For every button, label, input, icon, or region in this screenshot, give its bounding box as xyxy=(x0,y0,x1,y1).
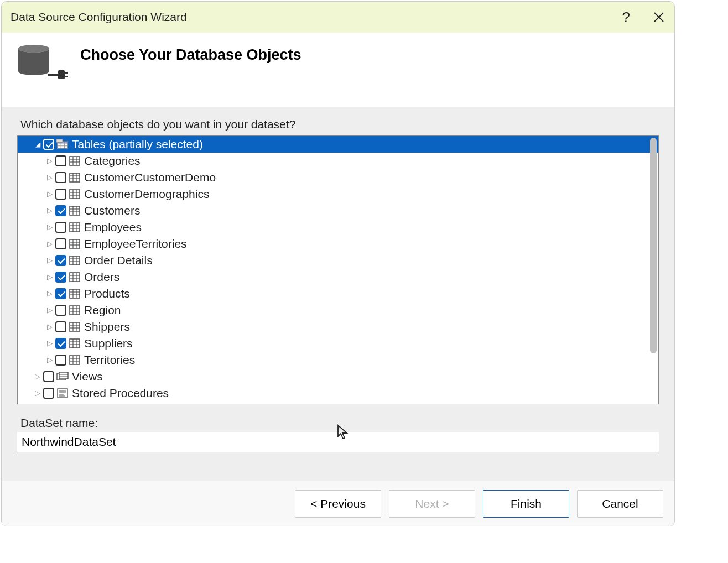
svg-rect-30 xyxy=(70,223,80,232)
help-button[interactable]: ? xyxy=(622,9,630,26)
table-icon xyxy=(69,305,81,315)
checkbox[interactable] xyxy=(55,305,66,316)
expand-icon[interactable] xyxy=(44,319,55,335)
checkbox[interactable] xyxy=(55,238,66,249)
previous-button[interactable]: < Previous xyxy=(295,490,381,518)
question-label: Which database objects do you want in yo… xyxy=(20,118,659,131)
tree-node-label: Stored Procedures xyxy=(72,385,169,402)
table-icon xyxy=(69,272,81,282)
collapse-icon[interactable] xyxy=(32,136,43,153)
svg-rect-55 xyxy=(70,306,80,315)
expand-icon[interactable] xyxy=(44,153,55,169)
tree-node-table[interactable]: Shippers xyxy=(18,319,658,335)
svg-rect-9 xyxy=(56,139,63,143)
checkbox[interactable] xyxy=(55,189,66,200)
checkbox[interactable] xyxy=(55,321,66,332)
svg-rect-45 xyxy=(70,273,80,282)
tree-node-views[interactable]: Views xyxy=(18,368,658,385)
finish-button[interactable]: Finish xyxy=(483,490,569,518)
checkbox[interactable] xyxy=(55,255,66,266)
tree-node-table[interactable]: EmployeeTerritories xyxy=(18,236,658,252)
expand-icon[interactable] xyxy=(44,219,55,236)
checkbox[interactable] xyxy=(55,205,66,216)
tree-node-label: Products xyxy=(84,285,130,302)
tree-node-label: Customers xyxy=(84,202,141,219)
table-icon xyxy=(69,206,81,216)
tree-node-table[interactable]: Employees xyxy=(18,219,658,236)
expand-icon[interactable] xyxy=(44,169,55,186)
tree-node-table[interactable]: Categories xyxy=(18,153,658,169)
svg-rect-15 xyxy=(70,173,80,182)
tree-node-table[interactable]: Customers xyxy=(18,202,658,219)
expand-icon[interactable] xyxy=(32,385,43,402)
body-area: Which database objects do you want in yo… xyxy=(2,107,674,481)
tree-node-label: Order Details xyxy=(84,252,153,269)
tree-node-label: Region xyxy=(84,302,121,319)
expand-icon[interactable] xyxy=(44,352,55,368)
expand-icon[interactable] xyxy=(44,269,55,285)
titlebar: Data Source Configuration Wizard ? xyxy=(2,2,674,33)
checkbox[interactable] xyxy=(55,288,66,299)
checkbox[interactable] xyxy=(55,155,66,166)
svg-rect-65 xyxy=(70,339,80,348)
tree-node-label: Orders xyxy=(84,269,119,285)
checkbox[interactable] xyxy=(55,272,66,283)
svg-rect-20 xyxy=(70,190,80,199)
svg-rect-79 xyxy=(58,389,67,398)
tree-node-table[interactable]: Orders xyxy=(18,269,658,285)
svg-rect-70 xyxy=(70,356,80,364)
expand-icon[interactable] xyxy=(44,202,55,219)
dataset-name-input[interactable] xyxy=(17,432,659,452)
expand-icon[interactable] xyxy=(44,252,55,269)
expand-icon[interactable] xyxy=(44,236,55,252)
checkbox[interactable] xyxy=(43,139,54,150)
close-button[interactable] xyxy=(652,11,665,24)
svg-rect-76 xyxy=(59,372,68,379)
next-button[interactable]: Next > xyxy=(389,490,475,518)
close-icon xyxy=(653,12,664,23)
expand-icon[interactable] xyxy=(44,335,55,352)
objects-tree[interactable]: Tables (partially selected) Categories C… xyxy=(17,135,659,404)
titlebar-controls: ? xyxy=(622,9,665,26)
tree-node-table[interactable]: Territories xyxy=(18,352,658,368)
expand-icon[interactable] xyxy=(32,368,43,385)
tree-node-table[interactable]: Order Details xyxy=(18,252,658,269)
svg-rect-40 xyxy=(70,256,80,265)
checkbox[interactable] xyxy=(55,338,66,349)
table-icon xyxy=(69,222,81,232)
table-icon xyxy=(69,256,81,265)
checkbox[interactable] xyxy=(55,222,66,233)
svg-rect-60 xyxy=(70,322,80,331)
table-icon xyxy=(69,173,81,183)
tree-node-label: Suppliers xyxy=(84,335,133,352)
tree-node-table[interactable]: Region xyxy=(18,302,658,319)
checkbox[interactable] xyxy=(43,371,54,382)
dataset-name-label: DataSet name: xyxy=(20,416,659,430)
tree-node-table[interactable]: CustomerCustomerDemo xyxy=(18,169,658,186)
cancel-button[interactable]: Cancel xyxy=(577,490,663,518)
tree-node-label: Views xyxy=(72,368,103,385)
checkbox[interactable] xyxy=(55,172,66,183)
tree-node-tables[interactable]: Tables (partially selected) xyxy=(18,136,658,153)
tables-folder-icon xyxy=(56,139,69,149)
tree-node-label: Territories xyxy=(84,352,135,368)
views-icon xyxy=(56,372,69,382)
expand-icon[interactable] xyxy=(44,186,55,202)
tree-node-table[interactable]: Products xyxy=(18,285,658,302)
tree-node-label: Shippers xyxy=(84,319,130,335)
expand-icon[interactable] xyxy=(44,285,55,302)
tree-scrollbar[interactable] xyxy=(650,138,657,353)
svg-rect-50 xyxy=(70,289,80,298)
tree-node-stored-procedures[interactable]: Stored Procedures xyxy=(18,385,658,402)
tree-node-label: CustomerCustomerDemo xyxy=(84,169,216,186)
stored-procedures-icon xyxy=(56,388,69,398)
checkbox[interactable] xyxy=(43,388,54,399)
checkbox[interactable] xyxy=(55,355,66,366)
tree-node-table[interactable]: CustomerDemographics xyxy=(18,186,658,202)
expand-icon[interactable] xyxy=(44,302,55,319)
table-icon xyxy=(69,355,81,365)
tree-node-table[interactable]: Suppliers xyxy=(18,335,658,352)
table-icon xyxy=(69,239,81,249)
wizard-window: Data Source Configuration Wizard ? Choos… xyxy=(1,1,675,526)
table-icon xyxy=(69,338,81,348)
